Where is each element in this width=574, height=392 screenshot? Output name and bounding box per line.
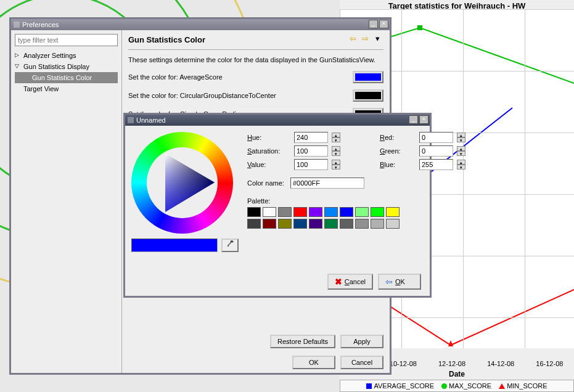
sv-triangle[interactable]: [147, 147, 218, 218]
apply-button[interactable]: Apply: [340, 335, 383, 348]
tree-analyzer-settings[interactable]: Analyzer Settings: [15, 50, 118, 61]
color-preview: [131, 239, 218, 252]
color-picker-window: Unnamed _ ×: [123, 113, 432, 298]
value-label: Value:: [247, 161, 290, 168]
chart-legend: AVERAGE_SCORE MAX_SCORE MIN_SCORE: [340, 380, 574, 392]
palette-swatch[interactable]: [324, 207, 338, 217]
palette-swatch[interactable]: [247, 219, 261, 229]
color-button-circgroupdist[interactable]: [353, 89, 383, 102]
colorname-label: Color name:: [247, 179, 284, 187]
setting-row: Set the color for: CircularGroupDistance…: [128, 89, 383, 102]
preferences-tree: Analyzer Settings Gun Statistics Display…: [11, 30, 122, 373]
app-icon: [128, 117, 134, 123]
palette-swatch[interactable]: [309, 219, 322, 229]
minimize-button[interactable]: _: [369, 20, 378, 28]
red-spinner[interactable]: ▴▾: [457, 133, 465, 142]
palette-label: Palette:: [247, 197, 467, 205]
blue-spinner[interactable]: ▴▾: [457, 160, 465, 169]
red-input[interactable]: [419, 132, 453, 143]
green-input[interactable]: [419, 145, 453, 157]
palette-swatch[interactable]: [340, 207, 353, 217]
legend-item: AVERAGE_SCORE: [366, 382, 434, 390]
page-description: These settings determine the color for t…: [128, 56, 383, 63]
picker-cancel-button[interactable]: ✖ Cancel: [327, 274, 373, 290]
tree-gun-statistics-display[interactable]: Gun Statistics Display: [15, 61, 118, 72]
ok-icon: ⇦: [385, 277, 393, 287]
palette-swatch[interactable]: [371, 219, 384, 229]
palette-swatch[interactable]: [278, 219, 292, 229]
green-spinner[interactable]: ▴▾: [457, 146, 465, 156]
menu-icon[interactable]: ▾: [372, 34, 382, 44]
window-title: Preferences: [22, 21, 59, 28]
eyedropper-button[interactable]: [221, 239, 239, 252]
value-input[interactable]: [294, 159, 328, 170]
setting-label: Set the color for: AverageScore: [128, 73, 349, 81]
titlebar[interactable]: Unnamed _ ×: [125, 115, 430, 126]
red-label: Red:: [380, 134, 416, 141]
cancel-button[interactable]: Cancel: [340, 356, 383, 369]
blue-label: Blue:: [380, 161, 416, 168]
palette-swatch[interactable]: [371, 207, 384, 217]
hue-spinner[interactable]: ▴▾: [332, 133, 340, 142]
tree-target-view[interactable]: Target View: [15, 83, 118, 94]
hue-label: Hue:: [247, 134, 290, 141]
eyedropper-icon: [226, 240, 234, 248]
filter-input[interactable]: [15, 34, 118, 46]
legend-item: MIN_SCORE: [499, 382, 547, 390]
minimize-button[interactable]: _: [409, 115, 418, 124]
saturation-label: Saturation:: [247, 147, 290, 155]
sat-spinner[interactable]: ▴▾: [332, 146, 340, 156]
color-button-averagescore[interactable]: [353, 71, 383, 83]
palette-swatch[interactable]: [386, 207, 400, 217]
back-icon[interactable]: ⇦: [348, 34, 358, 44]
palette-swatch[interactable]: [324, 219, 338, 229]
green-label: Green:: [380, 147, 416, 155]
palette-swatch[interactable]: [293, 207, 307, 217]
hue-input[interactable]: [294, 132, 328, 143]
palette: [247, 207, 467, 229]
palette-swatch[interactable]: [355, 219, 369, 229]
palette-swatch[interactable]: [386, 219, 400, 229]
legend-item: MAX_SCORE: [441, 382, 491, 390]
close-button[interactable]: ×: [379, 20, 388, 28]
palette-swatch[interactable]: [340, 219, 353, 229]
palette-swatch[interactable]: [263, 219, 276, 229]
close-button[interactable]: ×: [419, 115, 428, 124]
setting-row: Set the color for: AverageScore: [128, 71, 383, 83]
cancel-icon: ✖: [335, 277, 342, 287]
tree-gun-statistics-color[interactable]: Gun Statistics Color: [15, 72, 118, 83]
color-wheel[interactable]: [131, 132, 233, 234]
palette-swatch[interactable]: [247, 207, 261, 217]
palette-swatch[interactable]: [278, 207, 292, 217]
app-icon: [14, 22, 20, 28]
blue-input[interactable]: [419, 159, 453, 170]
setting-label: Set the color for: CircularGroupDistance…: [128, 92, 349, 99]
svg-marker-4: [165, 153, 215, 212]
picker-ok-button[interactable]: ⇦ OK: [378, 274, 421, 290]
palette-swatch[interactable]: [355, 207, 369, 217]
colorname-input[interactable]: [290, 178, 364, 189]
palette-swatch[interactable]: [263, 207, 276, 217]
window-title: Unnamed: [136, 116, 166, 124]
palette-swatch[interactable]: [293, 219, 307, 229]
val-spinner[interactable]: ▴▾: [332, 160, 340, 169]
titlebar[interactable]: Preferences _ ×: [11, 19, 390, 30]
saturation-input[interactable]: [294, 145, 328, 157]
restore-defaults-button[interactable]: Restore Defaults: [270, 335, 335, 348]
forward-icon[interactable]: ⇨: [360, 34, 370, 44]
ok-button[interactable]: OK: [292, 356, 335, 369]
palette-swatch[interactable]: [309, 207, 322, 217]
page-heading: Gun Statistics Color: [128, 35, 383, 44]
